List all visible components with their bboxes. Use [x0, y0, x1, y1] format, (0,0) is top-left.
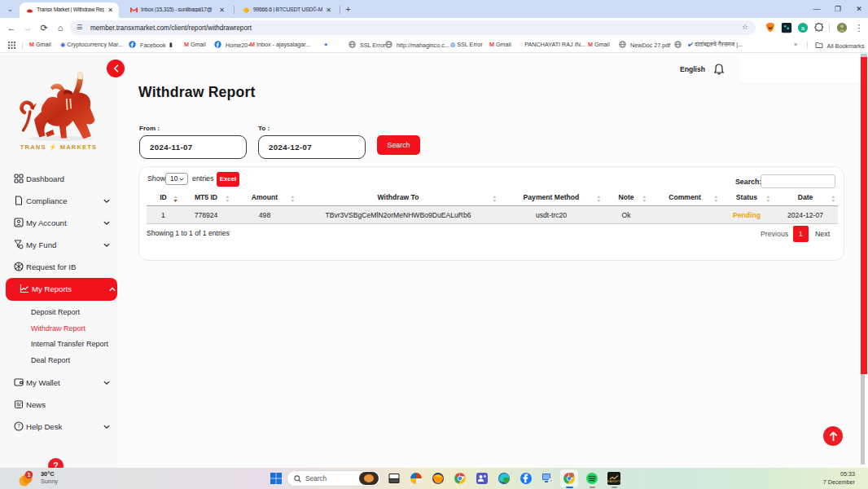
svg-text:1: 1: [28, 472, 31, 478]
svg-text:MARKETS: MARKETS: [607, 480, 620, 483]
svg-text:a: a: [801, 25, 804, 31]
svg-text:?: ?: [17, 424, 20, 430]
